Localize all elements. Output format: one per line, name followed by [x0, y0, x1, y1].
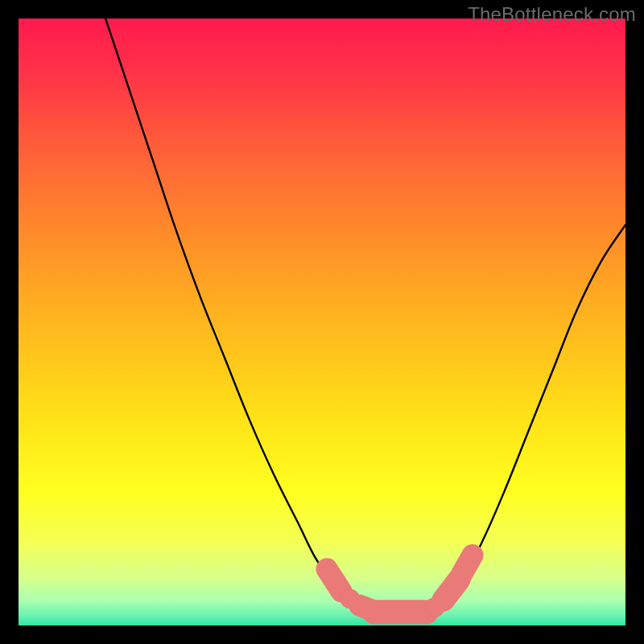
watermark-text: TheBottleneck.com [468, 3, 636, 26]
marker-capsule-0 [327, 569, 341, 592]
plot-area [19, 19, 625, 625]
app-frame: TheBottleneck.com [0, 0, 644, 644]
chart-svg [19, 19, 625, 625]
marker-capsule-6 [461, 555, 473, 575]
gradient-background [19, 19, 625, 625]
